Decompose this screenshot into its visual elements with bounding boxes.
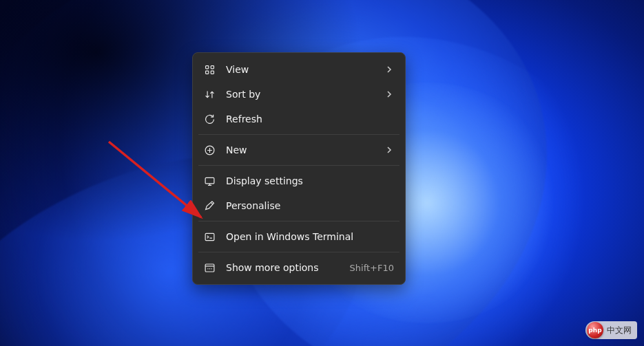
- view-icon: [202, 63, 216, 76]
- menu-item-sort-by[interactable]: Sort by: [197, 82, 401, 107]
- svg-point-10: [211, 268, 211, 269]
- menu-item-new[interactable]: New: [197, 138, 401, 162]
- menu-item-open-terminal[interactable]: Open in Windows Terminal: [197, 224, 401, 249]
- desktop-context-menu: View Sort by Refresh New: [192, 52, 406, 285]
- refresh-icon: [202, 112, 216, 126]
- menu-divider: [198, 134, 399, 135]
- svg-rect-3: [211, 71, 214, 74]
- menu-item-refresh[interactable]: Refresh: [197, 107, 401, 131]
- menu-divider: [198, 252, 399, 252]
- menu-item-display-settings[interactable]: Display settings: [197, 169, 401, 193]
- menu-label: Display settings: [226, 175, 394, 186]
- watermark: php 中文网: [585, 321, 637, 339]
- menu-label: Sort by: [226, 89, 384, 100]
- menu-item-personalise[interactable]: Personalise: [197, 193, 401, 218]
- svg-rect-1: [211, 65, 214, 68]
- menu-label: Open in Windows Terminal: [226, 231, 394, 242]
- desktop-background[interactable]: View Sort by Refresh New: [0, 0, 644, 346]
- chevron-right-icon: [384, 89, 394, 99]
- menu-divider: [198, 165, 399, 166]
- svg-rect-6: [205, 233, 214, 240]
- terminal-icon: [202, 230, 216, 244]
- watermark-logo: php: [587, 322, 603, 338]
- menu-label: Show more options: [226, 262, 350, 273]
- svg-rect-5: [205, 177, 214, 184]
- menu-item-show-more-options[interactable]: Show more options Shift+F10: [197, 255, 401, 280]
- watermark-text: 中文网: [607, 325, 632, 336]
- personalise-icon: [202, 199, 216, 213]
- svg-point-8: [207, 268, 208, 269]
- menu-item-view[interactable]: View: [197, 57, 401, 82]
- svg-rect-7: [205, 263, 214, 271]
- menu-label: New: [226, 144, 384, 155]
- show-more-icon: [202, 261, 216, 274]
- svg-point-9: [209, 268, 209, 269]
- svg-rect-0: [205, 65, 208, 68]
- display-settings-icon: [202, 174, 216, 188]
- chevron-right-icon: [384, 145, 394, 155]
- new-icon: [202, 143, 216, 157]
- sort-icon: [202, 87, 216, 101]
- menu-divider: [198, 221, 399, 221]
- menu-shortcut: Shift+F10: [350, 263, 394, 273]
- menu-label: Personalise: [226, 200, 394, 211]
- menu-label: Refresh: [226, 113, 394, 125]
- svg-rect-2: [205, 71, 208, 74]
- menu-label: View: [226, 64, 384, 75]
- chevron-right-icon: [384, 65, 394, 74]
